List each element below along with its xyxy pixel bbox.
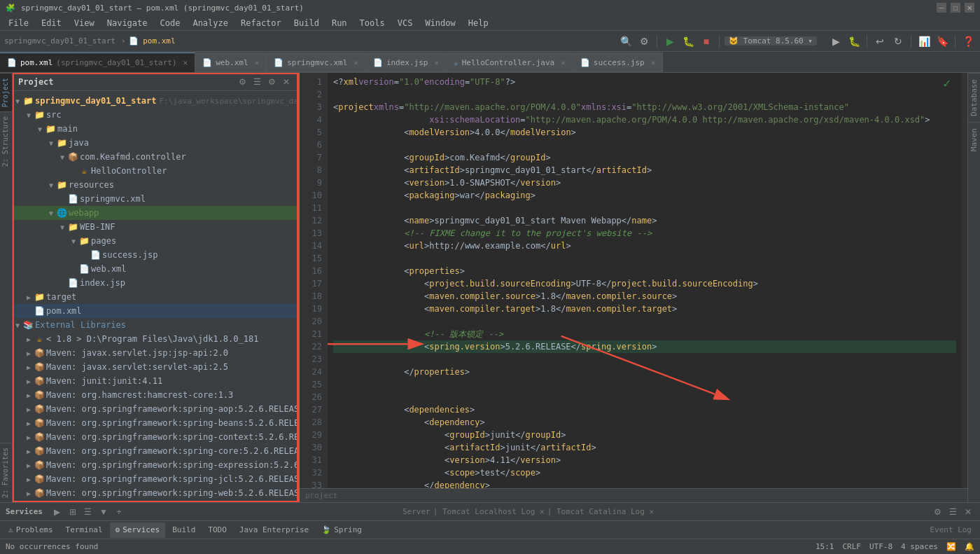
tree-item-jdk[interactable]: ▶ ☕ < 1.8 > D:\Program Files\Java\jdk1.8… [13,332,298,346]
tree-item-maven-aop[interactable]: ▶ 📦 Maven: org.springframework:spring-ao… [13,402,298,416]
bookmark-button[interactable]: 🔖 [934,34,950,49]
tab-index-close[interactable]: ✕ [434,58,439,67]
menu-analyze[interactable]: Analyze [187,17,234,29]
tab-services[interactable]: ⚙ Services [110,522,166,538]
tree-item-maven-beans[interactable]: ▶ 📦 Maven: org.springframework:spring-be… [13,416,298,430]
tree-item-controller-pkg[interactable]: ▼ 📦 com.Keafmd.controller [13,150,298,164]
status-indent[interactable]: 4 spaces [901,542,938,551]
tree-item-index-jsp[interactable]: 📄 index.jsp [13,276,298,290]
tree-item-maven-webmvc[interactable]: ▶ 📦 Maven: org.springframework:spring-we… [13,500,298,502]
panel-layout-button[interactable]: ☰ [251,76,263,88]
tree-item-pom[interactable]: 📄 pom.xml [13,304,298,318]
services-settings-button[interactable]: ⚙ [931,506,944,518]
refresh-button[interactable]: ↻ [890,34,906,49]
close-button[interactable]: ✕ [965,3,974,13]
panel-label-structure[interactable]: 2: Structure [0,111,12,171]
editor-scrollbar[interactable] [962,73,967,488]
tree-item-src[interactable]: ▼ 📁 src [13,108,298,122]
services-list-button[interactable]: ☰ [82,506,94,518]
menu-code[interactable]: Code [155,17,186,29]
tab-pom[interactable]: 📄 pom.xml (springmvc_day01_01_start) ✕ [0,53,195,72]
code-editor[interactable]: <?xml version="1.0" encoding="UTF-8"?> <… [328,73,962,488]
tree-item-maven-hamcrest[interactable]: ▶ 📦 Maven: org.hamcrest:hamcrest-core:1.… [13,388,298,402]
menu-refactor[interactable]: Refactor [235,17,287,29]
panel-close-button[interactable]: ✕ [280,76,293,88]
tree-item-java[interactable]: ▼ 📁 java [13,136,298,150]
tree-item-pages[interactable]: ▼ 📁 pages [13,234,298,248]
menu-build[interactable]: Build [288,17,325,29]
status-position[interactable]: 15:1 [816,542,834,551]
services-run-button[interactable]: ▶ [51,506,64,518]
tab-java-enterprise[interactable]: Java Enterprise [234,522,314,538]
debug-config-button[interactable]: 🐛 [846,34,862,49]
menu-view[interactable]: View [69,17,100,29]
panel-settings-button[interactable]: ⚙ [265,76,278,88]
structure-button[interactable]: 📊 [916,34,932,49]
tab-springmvc[interactable]: 📄 springmvc.xml ✕ [267,53,366,72]
status-line-ending[interactable]: CRLF [842,542,861,551]
tab-success-close[interactable]: ✕ [651,58,656,67]
tree-item-maven-servlet[interactable]: ▶ 📦 Maven: javax.servlet:servlet-api:2.5 [13,360,298,374]
panel-label-project[interactable]: Project [0,73,12,111]
tab-hello-close[interactable]: ✕ [561,58,566,67]
tree-item-target[interactable]: ▶ 📁 target [13,290,298,304]
tab-index[interactable]: 📄 index.jsp ✕ [366,53,447,72]
panel-database[interactable]: Database [968,73,980,122]
tab-springmvc-close[interactable]: ✕ [354,58,358,67]
menu-tools[interactable]: Tools [354,17,391,29]
tree-item-maven-jsp[interactable]: ▶ 📦 Maven: javax.servlet.jsp:jsp-api:2.0 [13,346,298,360]
tab-pom-close[interactable]: ✕ [183,58,188,67]
tab-todo[interactable]: TODO [202,522,232,538]
tab-terminal[interactable]: Terminal [60,522,108,538]
services-layout-button[interactable]: ☰ [946,506,959,518]
tree-item-maven-context[interactable]: ▶ 📦 Maven: org.springframework:spring-co… [13,430,298,444]
debug-button[interactable]: 🐛 [680,34,696,49]
services-grid-button[interactable]: ⊞ [66,506,79,518]
tree-item-maven-junit[interactable]: ▶ 📦 Maven: junit:junit:4.11 [13,374,298,388]
menu-help[interactable]: Help [463,17,494,29]
tab-hello[interactable]: ☕ HelloController.java ✕ [447,53,573,72]
minimize-button[interactable]: ─ [937,3,946,13]
tree-item-webapp[interactable]: ▼ 🌐 webapp [13,206,298,220]
services-filter-button[interactable]: ▼ [97,506,110,518]
run-button[interactable]: ▶ [662,34,678,49]
menu-navigate[interactable]: Navigate [102,17,153,29]
panel-maven[interactable]: Maven [968,122,980,157]
tree-item-root[interactable]: ▼ 📁 springmvc_day01_01_start F:\java_wor… [13,94,298,108]
services-add-button[interactable]: + [113,506,125,518]
menu-edit[interactable]: Edit [36,17,67,29]
status-encoding[interactable]: UTF-8 [869,542,892,551]
tree-item-maven-expr[interactable]: ▶ 📦 Maven: org.springframework:spring-ex… [13,458,298,472]
undo-button[interactable]: ↩ [872,34,888,49]
tree-item-maven-jcl[interactable]: ▶ 📦 Maven: org.springframework:spring-jc… [13,472,298,486]
event-log-link[interactable]: Event Log [924,525,977,534]
project-tab-label[interactable]: springmvc_day01_01_start [4,36,115,46]
tree-item-success-jsp[interactable]: 📄 success.jsp [13,248,298,262]
stop-button[interactable]: ■ [699,34,714,49]
menu-run[interactable]: Run [326,17,353,29]
tab-build[interactable]: Build [167,522,201,538]
tree-item-resources[interactable]: ▼ 📁 resources [13,178,298,192]
title-bar-controls[interactable]: ─ □ ✕ [937,3,974,13]
panel-gear-button[interactable]: ⚙ [236,76,248,88]
search-everywhere-button[interactable]: 🔍 [618,34,634,49]
tree-item-hello-ctrl[interactable]: ☕ HelloController [13,164,298,178]
tree-item-maven-core[interactable]: ▶ 📦 Maven: org.springframework:spring-co… [13,444,298,458]
tomcat-selector[interactable]: 🐱 Tomcat 8.5.60 ▾ [724,36,817,46]
settings-button[interactable]: ⚙ [636,34,652,49]
tab-web[interactable]: 📄 web.xml ✕ [195,53,267,72]
maximize-button[interactable]: □ [951,3,960,13]
tree-item-springmvc-xml[interactable]: 📄 springmvc.xml [13,192,298,206]
tree-item-main[interactable]: ▼ 📁 main [13,122,298,136]
tab-spring[interactable]: 🍃 Spring [316,522,368,538]
tab-web-close[interactable]: ✕ [255,58,260,67]
tab-success[interactable]: 📄 success.jsp ✕ [573,53,663,72]
tree-item-ext-libs[interactable]: ▼ 📚 External Libraries [13,318,298,332]
menu-vcs[interactable]: VCS [392,17,419,29]
menu-file[interactable]: File [3,17,34,29]
tab-problems[interactable]: ⚠ Problems [3,522,59,538]
tree-item-webinf[interactable]: ▼ 📁 WEB-INF [13,220,298,234]
help-button[interactable]: ❓ [960,34,976,49]
panel-label-favorites[interactable]: 2: Favorites [0,443,12,502]
tree-item-web-xml[interactable]: 📄 web.xml [13,262,298,276]
